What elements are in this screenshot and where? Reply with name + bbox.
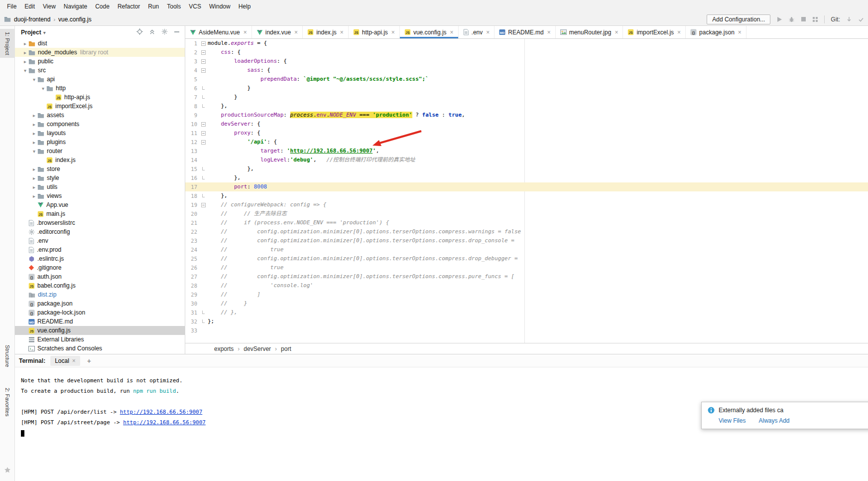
tree-item-assets[interactable]: ▸assets xyxy=(15,111,185,120)
close-tab-icon[interactable]: × xyxy=(547,29,551,36)
close-tab-icon[interactable]: × xyxy=(244,29,247,36)
tree-item-importexcel-js[interactable]: JSimportExcel.js xyxy=(15,102,185,111)
fold-end-icon[interactable] xyxy=(200,173,208,182)
tree-item-src[interactable]: ▾src xyxy=(15,66,185,75)
code-line-20[interactable]: 20 // // 生产去除日志 xyxy=(185,209,868,218)
tab-readme-md[interactable]: MDREADME.md× xyxy=(495,26,555,38)
code-line-10[interactable]: 10− devServer: { xyxy=(185,120,868,129)
terminal-title[interactable]: Terminal: xyxy=(19,357,45,364)
code-line-3[interactable]: 3− loaderOptions: { xyxy=(185,57,868,66)
git-commit-icon[interactable] xyxy=(858,16,864,22)
tree-item-dist-zip[interactable]: dist.zip xyxy=(15,290,185,299)
git-update-icon[interactable] xyxy=(846,16,852,22)
chevron-right-icon[interactable]: ▸ xyxy=(31,131,37,136)
run-icon[interactable] xyxy=(776,16,782,22)
tree-item-package-json[interactable]: {}package.json xyxy=(15,299,185,308)
tree-item-node-modules[interactable]: ▸node_moduleslibrary root xyxy=(15,48,185,57)
tree-item-app-vue[interactable]: App.vue xyxy=(15,200,185,209)
code-line-22[interactable]: 22 // config.optimization.minimizer[0].o… xyxy=(185,227,868,236)
code-line-7[interactable]: 7 } xyxy=(185,93,868,102)
settings-gear-icon[interactable] xyxy=(161,28,168,36)
fold-start-icon[interactable]: − xyxy=(200,48,208,57)
tree-item-views[interactable]: ▸views xyxy=(15,191,185,200)
code-line-25[interactable]: 25 // config.optimization.minimizer[0].o… xyxy=(185,254,868,263)
chevron-right-icon[interactable]: ▸ xyxy=(31,122,37,127)
hide-panel-icon[interactable] xyxy=(174,29,180,36)
code-line-30[interactable]: 30 // } xyxy=(185,299,868,308)
tree-item-http[interactable]: ▾http xyxy=(15,84,185,93)
chevron-right-icon[interactable]: ▸ xyxy=(31,113,37,118)
menu-item-help[interactable]: Help xyxy=(235,1,255,12)
close-tab-icon[interactable]: × xyxy=(486,29,490,36)
always-add-link[interactable]: Always Add xyxy=(758,417,789,424)
terminal-link[interactable]: http://192.168.66.56:9007 xyxy=(123,419,206,426)
tree-item-eslintrc-js[interactable]: .eslintrc.js xyxy=(15,254,185,263)
chevron-right-icon[interactable]: ▸ xyxy=(31,175,37,181)
tree-item-plugins[interactable]: ▸plugins xyxy=(15,138,185,147)
coverage-grid-icon[interactable] xyxy=(812,16,818,22)
code-line-26[interactable]: 26 // true xyxy=(185,263,868,272)
tree-item-gitignore[interactable]: .gitignore xyxy=(15,263,185,272)
tree-item-utils[interactable]: ▸utils xyxy=(15,182,185,191)
menu-item-navigate[interactable]: Navigate xyxy=(60,1,91,12)
locate-file-icon[interactable] xyxy=(136,28,143,36)
close-tab-icon[interactable]: × xyxy=(738,29,742,36)
chevron-right-icon[interactable]: ▸ xyxy=(31,166,37,172)
tree-item-babel-config-js[interactable]: JSbabel.config.js xyxy=(15,281,185,290)
tree-item-env-prod[interactable]: .env.prod xyxy=(15,245,185,254)
tab-http-api-js[interactable]: JShttp-api.js× xyxy=(349,26,400,38)
fold-end-icon[interactable] xyxy=(200,93,208,102)
code-line-28[interactable]: 28 // 'console.log' xyxy=(185,281,868,290)
stop-icon[interactable] xyxy=(801,16,806,22)
chevron-down-icon[interactable]: ▾ xyxy=(31,149,37,154)
code-line-2[interactable]: 2− css: { xyxy=(185,48,868,57)
project-panel-title[interactable]: Project xyxy=(21,29,41,36)
fold-end-icon[interactable] xyxy=(200,102,208,111)
fold-start-icon[interactable]: − xyxy=(200,129,208,138)
tree-item-http-api-js[interactable]: JShttp-api.js xyxy=(15,93,185,102)
chevron-right-icon[interactable]: ▸ xyxy=(22,50,28,55)
close-tab-icon[interactable]: × xyxy=(391,29,395,36)
fold-end-icon[interactable] xyxy=(200,308,208,317)
breadcrumb-devserver[interactable]: devServer xyxy=(244,345,271,352)
tab-package-json[interactable]: {}package.json× xyxy=(686,26,746,38)
chevron-down-icon[interactable]: ▾ xyxy=(22,68,28,73)
fold-start-icon[interactable]: − xyxy=(200,66,208,75)
code-line-32[interactable]: 32}; xyxy=(185,317,868,326)
view-files-link[interactable]: View Files xyxy=(719,417,745,424)
chevron-right-icon[interactable]: ▸ xyxy=(31,193,37,199)
code-line-4[interactable]: 4− sass: { xyxy=(185,66,868,75)
breadcrumb-exports[interactable]: exports xyxy=(214,345,234,352)
code-line-5[interactable]: 5 prependData: `@import "~@/assets/scss/… xyxy=(185,75,868,84)
chevron-right-icon[interactable]: ▸ xyxy=(31,140,37,145)
tree-item-browserslistrc[interactable]: .browserslistrc xyxy=(15,218,185,227)
breadcrumb-project[interactable]: duoji-frontend xyxy=(14,16,50,23)
tab-index-vue[interactable]: index.vue× xyxy=(252,26,303,38)
tab-asidemenu-vue[interactable]: AsideMenu.vue× xyxy=(185,26,252,38)
code-line-14[interactable]: 14 logLevel:'debug', //控制台终端打印代理前的真实地址 xyxy=(185,156,868,164)
code-line-8[interactable]: 8 }, xyxy=(185,102,868,111)
add-configuration-button[interactable]: Add Configuration... xyxy=(707,14,770,24)
close-tab-icon[interactable]: × xyxy=(294,29,298,36)
fold-start-icon[interactable]: − xyxy=(200,39,208,48)
code-line-21[interactable]: 21 // if (process.env.NODE_ENV === 'prod… xyxy=(185,218,868,227)
tree-item-index-js[interactable]: JSindex.js xyxy=(15,156,185,164)
code-line-23[interactable]: 23 // config.optimization.minimizer[0].o… xyxy=(185,236,868,245)
favorites-star-icon[interactable] xyxy=(4,467,11,475)
code-line-27[interactable]: 27 // config.optimization.minimizer[0].o… xyxy=(185,272,868,281)
toolwindow-structure-button[interactable]: Structure xyxy=(0,345,15,367)
tree-item-main-js[interactable]: JSmain.js xyxy=(15,209,185,218)
menu-item-vcs[interactable]: VCS xyxy=(185,1,205,12)
tree-item-env[interactable]: .env xyxy=(15,236,185,245)
menu-item-tools[interactable]: Tools xyxy=(163,1,185,12)
tree-item-store[interactable]: ▸store xyxy=(15,164,185,173)
chevron-right-icon[interactable]: ▸ xyxy=(22,41,28,46)
terminal-link[interactable]: http://192.168.66.56:9007 xyxy=(120,409,203,415)
debug-icon[interactable] xyxy=(788,16,795,22)
tree-item-dist[interactable]: ▸dist xyxy=(15,39,185,48)
code-line-11[interactable]: 11− proxy: { xyxy=(185,129,868,138)
fold-end-icon[interactable] xyxy=(200,164,208,173)
chevron-down-icon[interactable]: ▾ xyxy=(31,77,37,82)
breadcrumb-port[interactable]: port xyxy=(281,345,291,352)
collapse-all-icon[interactable] xyxy=(149,28,155,36)
